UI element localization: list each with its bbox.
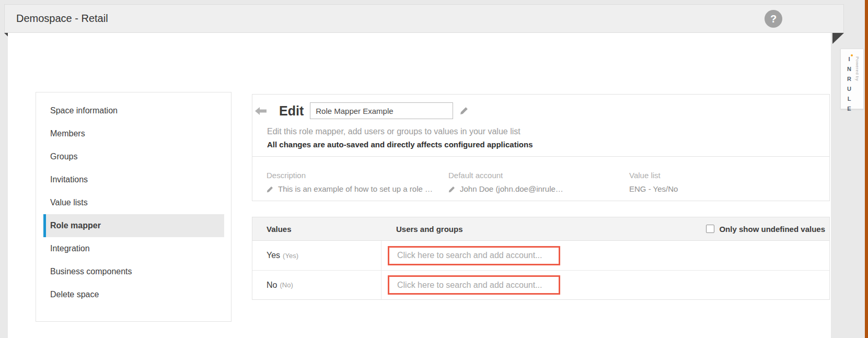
page-title: Demospace - Retail [16,13,108,25]
ribbon-fold-right [832,33,844,44]
row-value-code: (No) [280,281,293,289]
sidebar-item-groups[interactable]: Groups [43,145,224,168]
edit-name-pencil-icon[interactable] [460,107,468,115]
sidebar-item-value-lists[interactable]: Value lists [43,191,224,214]
sidebar-item-business-components[interactable]: Business components [43,260,224,283]
edit-heading: Edit [279,103,304,119]
sidebar-item-role-mapper[interactable]: Role mapper [43,214,224,237]
sidebar-item-space-information[interactable]: Space information [43,99,224,122]
role-mapping-table: Values Users and groups Only show undefi… [252,217,830,300]
powered-by-inrule-badge[interactable]: INRULE Powered by [840,49,864,109]
only-show-undefined-checkbox[interactable] [706,225,714,233]
help-button[interactable]: ? [765,10,782,28]
row-value-code: (Yes) [283,252,298,260]
users-groups-column-header: Users and groups [381,225,706,234]
sidebar-item-integration[interactable]: Integration [43,237,224,260]
space-settings-sidebar: Space information Members Groups Invitat… [36,92,232,322]
table-row: No (No) [252,270,829,299]
default-account-value: John Doe (john.doe@inrule… [460,184,563,193]
details-section: Description This is an example of how to… [252,157,829,201]
row-value-name: No [267,281,277,290]
autosave-note: All changes are auto-saved and directly … [267,140,829,149]
role-mapper-name-input[interactable] [310,102,453,119]
back-arrow-icon[interactable] [255,107,267,115]
edit-subtitle: Edit this role mapper, add users or grou… [267,127,829,136]
values-column-header: Values [252,225,381,234]
sidebar-item-members[interactable]: Members [43,122,224,145]
edit-description-pencil-icon[interactable] [267,186,273,193]
powered-by-label: Powered by [855,56,860,81]
table-row: Yes (Yes) [252,241,829,270]
value-list-value: ENG - Yes/No [629,184,678,193]
window-header: Demospace - Retail ? [4,4,844,33]
row-value-name: Yes [267,251,280,260]
default-account-field: Default account John Doe (john.doe@inrul… [448,171,621,193]
description-label: Description [267,171,439,180]
value-list-label: Value list [629,171,802,180]
add-account-search-input-yes[interactable] [388,246,560,265]
description-field: Description This is an example of how to… [267,171,439,193]
role-mapper-edit-panel: Edit Edit this role mapper, add users or… [252,94,830,201]
description-value: This is an example of how to set up a ro… [278,184,433,193]
sidebar-item-delete-space[interactable]: Delete space [43,283,224,306]
table-header-row: Values Users and groups Only show undefi… [252,217,829,241]
value-list-field: Value list ENG - Yes/No [629,171,802,193]
question-mark-icon: ? [770,14,777,24]
edit-header-section: Edit Edit this role mapper, add users or… [252,95,829,157]
page-card: Space information Members Groups Invitat… [8,33,831,338]
add-account-search-input-no[interactable] [388,275,560,295]
only-show-undefined-label[interactable]: Only show undefined values [719,225,825,234]
sidebar-item-invitations[interactable]: Invitations [43,168,224,191]
inrule-logo: INRULE [846,56,852,115]
edit-default-account-pencil-icon[interactable] [448,186,455,193]
screen-edge-strip [865,0,868,338]
default-account-label: Default account [448,171,621,180]
